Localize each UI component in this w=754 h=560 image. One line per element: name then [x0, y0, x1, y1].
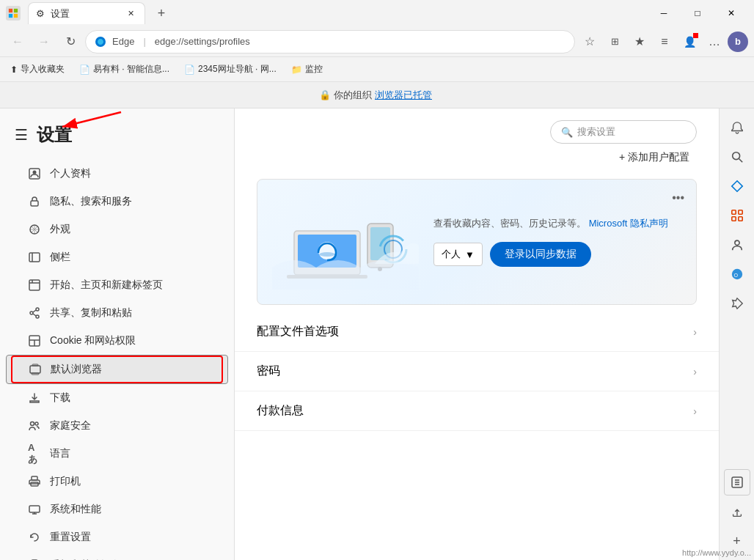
close-button[interactable]: ✕ [714, 1, 748, 25]
svg-point-17 [30, 312, 33, 314]
profile-actions: 个人 ▼ 登录以同步数据 [433, 242, 681, 267]
sidebar-item-cookies[interactable]: Cookie 和网站权限 [6, 327, 228, 355]
window-controls: ─ □ ✕ [647, 1, 748, 25]
org-text: 你的组织 [334, 89, 372, 102]
bookmark-item1-label: 易有料 · 智能信息... [93, 63, 169, 75]
forward-button[interactable]: → [32, 30, 56, 54]
minimize-button[interactable]: ─ [647, 1, 681, 25]
sidebar-item-privacy-label: 隐私、搜索和服务 [50, 195, 132, 208]
sidebar-item-share[interactable]: 共享、复制和粘贴 [6, 299, 228, 327]
tab-close-button[interactable]: ✕ [124, 7, 137, 21]
sidebar-item-reset-label: 重置设置 [50, 531, 91, 544]
bookmark-item2[interactable]: 📄 2345网址导航 · 网... [180, 60, 281, 78]
svg-rect-53 [738, 217, 742, 221]
tools-sidebar-button[interactable] [724, 202, 750, 229]
sidebar-item-appearance-label: 外观 [50, 223, 70, 236]
sidebar-item-system[interactable]: 系统和性能 [6, 495, 228, 523]
svg-rect-25 [32, 364, 38, 366]
bing-button[interactable]: b [728, 32, 748, 52]
search-icon: 🔍 [561, 127, 573, 138]
sidebar-item-cookies-label: Cookie 和网站权限 [50, 334, 136, 347]
sidebar-item-downloads[interactable]: 下载 [6, 384, 228, 412]
person-icon [731, 238, 744, 251]
more-button[interactable]: … [703, 30, 726, 54]
sidebar-header: ☰ 设置 [0, 108, 234, 154]
sidebar-item-appearance[interactable]: 外观 [6, 215, 228, 243]
appearance-icon [28, 223, 41, 236]
section-item-passwords[interactable]: 密码 › [235, 352, 719, 391]
new-tab-button[interactable]: + [151, 3, 172, 23]
start-icon [28, 279, 41, 292]
restore-button[interactable]: □ [681, 1, 714, 25]
sidebar-settings-button[interactable] [724, 498, 750, 525]
bookmarks-bar: ⬆ 导入收藏夹 📄 易有料 · 智能信息... 📄 2345网址导航 · 网..… [0, 57, 754, 82]
org-link[interactable]: 浏览器已托管 [375, 89, 432, 102]
search-placeholder: 搜索设置 [577, 125, 615, 139]
account-sidebar-button[interactable] [724, 232, 750, 258]
refresh-button[interactable]: ↻ [59, 30, 82, 54]
svg-rect-31 [29, 506, 40, 512]
airplane-icon [731, 297, 744, 310]
bookmark-item1[interactable]: 📄 易有料 · 智能信息... [75, 60, 174, 78]
sidebar-item-mobile[interactable]: 手机和其他设备 [6, 551, 228, 560]
favorites-button[interactable]: ★ [628, 30, 651, 54]
address-bar[interactable]: Edge | edge://settings/profiles [85, 30, 575, 54]
browser-tab[interactable]: ⚙ 设置 ✕ [28, 2, 145, 24]
sidebar-item-start[interactable]: 开始、主页和新建标签页 [6, 271, 228, 299]
bookmark-import[interactable]: ⬆ 导入收藏夹 [6, 60, 69, 78]
svg-rect-50 [731, 210, 735, 214]
profile-dropdown[interactable]: 个人 ▼ [433, 243, 483, 266]
collections-sidebar-button[interactable] [724, 173, 750, 199]
notification-dot [693, 33, 698, 38]
nav-actions: ☆ ⊞ ★ ≡ 👤 … b [578, 30, 748, 54]
sidebar-item-reset[interactable]: 重置设置 [6, 523, 228, 551]
hamburger-icon[interactable]: ☰ [15, 126, 28, 144]
sidebar-item-default-browser[interactable]: 默认浏览器 [6, 355, 228, 384]
chevron-right-icon-2: › [693, 366, 697, 377]
sidebar-item-language[interactable]: Aあ 语言 [6, 440, 228, 468]
read-button[interactable]: ≡ [653, 30, 676, 54]
bookmark-icon-3: 📁 [291, 65, 302, 75]
outlook-icon: O [731, 268, 744, 281]
customize-icon [731, 476, 743, 488]
account-button[interactable]: 👤 [678, 30, 701, 54]
more-options-icon[interactable]: ••• [672, 191, 684, 205]
bookmark-item3[interactable]: 📁 监控 [287, 60, 327, 78]
section-item-preferences-label: 配置文件首选项 [257, 324, 339, 339]
svg-rect-0 [9, 9, 12, 12]
add-profile-button[interactable]: + 添加用户配置 [235, 144, 719, 172]
sidebar-item-family[interactable]: 家庭安全 [6, 412, 228, 440]
sidebar-item-privacy[interactable]: 隐私、搜索和服务 [6, 188, 228, 215]
section-item-preferences[interactable]: 配置文件首选项 › [235, 312, 719, 352]
sidebar-item-sidebar[interactable]: 侧栏 [6, 243, 228, 271]
sidebar-item-language-label: 语言 [50, 447, 70, 460]
microsoft-privacy-link[interactable]: Microsoft 隐私声明 [589, 218, 668, 229]
share-out-icon [731, 505, 744, 518]
travel-sidebar-button[interactable] [724, 290, 750, 317]
svg-point-27 [31, 422, 34, 426]
star-button[interactable]: ☆ [578, 30, 601, 54]
privacy-icon [28, 195, 41, 208]
sidebar-item-profile[interactable]: 个人资料 [6, 160, 228, 188]
diamond-icon [731, 180, 744, 193]
system-icon [28, 503, 41, 516]
svg-point-39 [318, 242, 336, 259]
sidebar-item-printer[interactable]: 打印机 [6, 468, 228, 495]
svg-rect-24 [30, 366, 40, 373]
signin-button[interactable]: 登录以同步数据 [490, 242, 591, 267]
settings-search-bar[interactable]: 🔍 搜索设置 [550, 120, 697, 144]
svg-line-19 [33, 310, 36, 312]
printer-icon [28, 475, 41, 488]
sidebar-item-downloads-label: 下载 [50, 391, 70, 405]
svg-text:O: O [733, 272, 738, 279]
back-button[interactable]: ← [6, 30, 29, 54]
sidebar-search-button[interactable] [724, 144, 750, 170]
watermark: http://www.yydy.o... [682, 548, 751, 557]
customize-sidebar-button[interactable] [724, 469, 750, 495]
collections-button[interactable]: ⊞ [603, 30, 626, 54]
section-item-payment[interactable]: 付款信息 › [235, 391, 719, 431]
section-items-list: 配置文件首选项 › 密码 › 付款信息 › [235, 312, 719, 431]
outlook-sidebar-button[interactable]: O [724, 261, 750, 287]
sidebar-item-system-label: 系统和性能 [50, 503, 101, 516]
notifications-button[interactable] [724, 114, 750, 141]
